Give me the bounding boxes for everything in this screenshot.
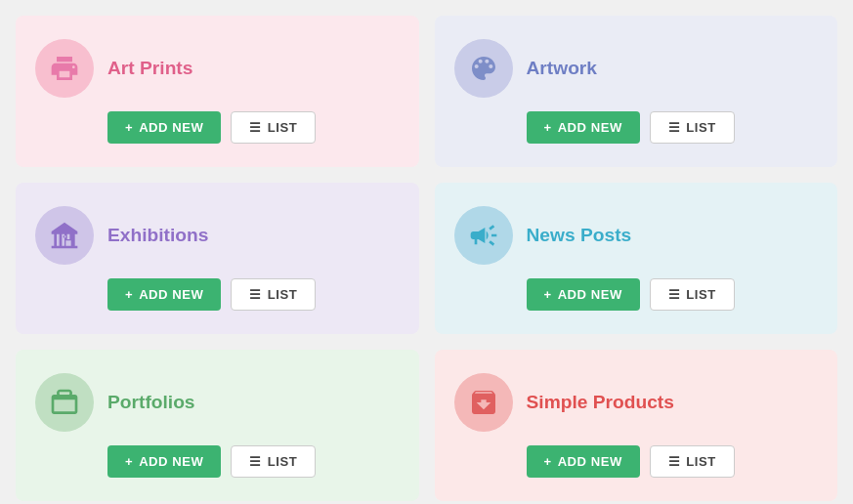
card-news-posts: News Posts + ADD NEW ☰ LIST — [435, 183, 838, 334]
exhibitions-add-button[interactable]: + ADD NEW — [107, 278, 221, 311]
add-label: ADD NEW — [139, 454, 203, 469]
card-header-news-posts: News Posts — [454, 206, 819, 265]
megaphone-icon — [468, 220, 499, 251]
simple-products-add-button[interactable]: + ADD NEW — [527, 445, 640, 478]
simple-products-list-button[interactable]: ☰ LIST — [650, 445, 735, 478]
card-header-art-prints: Art Prints — [35, 39, 400, 98]
add-label: ADD NEW — [558, 287, 622, 302]
list-icon: ☰ — [249, 287, 262, 302]
printer-icon — [49, 53, 80, 84]
simple-products-buttons: + ADD NEW ☰ LIST — [527, 445, 819, 478]
briefcase-icon — [49, 387, 80, 418]
list-icon: ☰ — [249, 454, 262, 469]
news-posts-icon-circle — [454, 206, 513, 265]
add-label: ADD NEW — [139, 287, 203, 302]
art-prints-title: Art Prints — [107, 58, 192, 79]
portfolios-title: Portfolios — [107, 392, 195, 413]
add-label: ADD NEW — [558, 454, 622, 469]
artwork-buttons: + ADD NEW ☰ LIST — [527, 111, 819, 144]
news-posts-list-button[interactable]: ☰ LIST — [650, 278, 735, 311]
list-icon: ☰ — [668, 454, 681, 469]
list-label: LIST — [686, 120, 715, 135]
artwork-list-button[interactable]: ☰ LIST — [650, 111, 735, 144]
simple-products-icon-circle — [454, 373, 513, 432]
exhibitions-list-button[interactable]: ☰ LIST — [231, 278, 316, 311]
box-icon — [468, 387, 499, 418]
card-exhibitions: Exhibitions + ADD NEW ☰ LIST — [16, 183, 419, 334]
card-simple-products: Simple Products + ADD NEW ☰ LIST — [435, 350, 838, 501]
card-artwork: Artwork + ADD NEW ☰ LIST — [435, 16, 838, 167]
art-prints-add-button[interactable]: + ADD NEW — [107, 111, 221, 144]
card-art-prints: Art Prints + ADD NEW ☰ LIST — [16, 16, 419, 167]
add-icon: + — [125, 120, 133, 135]
add-icon: + — [125, 454, 133, 469]
portfolios-icon-circle — [35, 373, 94, 432]
news-posts-title: News Posts — [527, 225, 632, 246]
card-header-portfolios: Portfolios — [35, 373, 400, 432]
card-header-exhibitions: Exhibitions — [35, 206, 400, 265]
art-prints-list-button[interactable]: ☰ LIST — [231, 111, 316, 144]
list-icon: ☰ — [668, 287, 681, 302]
add-label: ADD NEW — [558, 120, 622, 135]
cards-grid: Art Prints + ADD NEW ☰ LIST Artwork — [16, 16, 837, 501]
list-label: LIST — [268, 120, 297, 135]
add-icon: + — [544, 120, 552, 135]
portfolios-buttons: + ADD NEW ☰ LIST — [107, 445, 400, 478]
list-icon: ☰ — [668, 120, 681, 135]
exhibitions-buttons: + ADD NEW ☰ LIST — [107, 278, 400, 311]
portfolios-add-button[interactable]: + ADD NEW — [107, 445, 221, 478]
list-icon: ☰ — [249, 120, 262, 135]
add-icon: + — [544, 454, 552, 469]
artwork-add-button[interactable]: + ADD NEW — [527, 111, 640, 144]
portfolios-list-button[interactable]: ☰ LIST — [231, 445, 316, 478]
artwork-title: Artwork — [527, 58, 598, 79]
list-label: LIST — [268, 454, 297, 469]
list-label: LIST — [268, 287, 297, 302]
add-icon: + — [125, 287, 133, 302]
list-label: LIST — [686, 287, 715, 302]
exhibitions-title: Exhibitions — [107, 225, 208, 246]
add-label: ADD NEW — [139, 120, 203, 135]
card-header-artwork: Artwork — [454, 39, 819, 98]
news-posts-add-button[interactable]: + ADD NEW — [527, 278, 640, 311]
exhibitions-icon-circle — [35, 206, 94, 265]
museum-icon — [49, 220, 80, 251]
art-prints-icon-circle — [35, 39, 94, 98]
card-portfolios: Portfolios + ADD NEW ☰ LIST — [16, 350, 419, 501]
artwork-icon-circle — [454, 39, 513, 98]
card-header-simple-products: Simple Products — [454, 373, 819, 432]
list-label: LIST — [686, 454, 715, 469]
add-icon: + — [544, 287, 552, 302]
palette-icon — [468, 53, 499, 84]
art-prints-buttons: + ADD NEW ☰ LIST — [107, 111, 400, 144]
news-posts-buttons: + ADD NEW ☰ LIST — [527, 278, 819, 311]
simple-products-title: Simple Products — [527, 392, 674, 413]
